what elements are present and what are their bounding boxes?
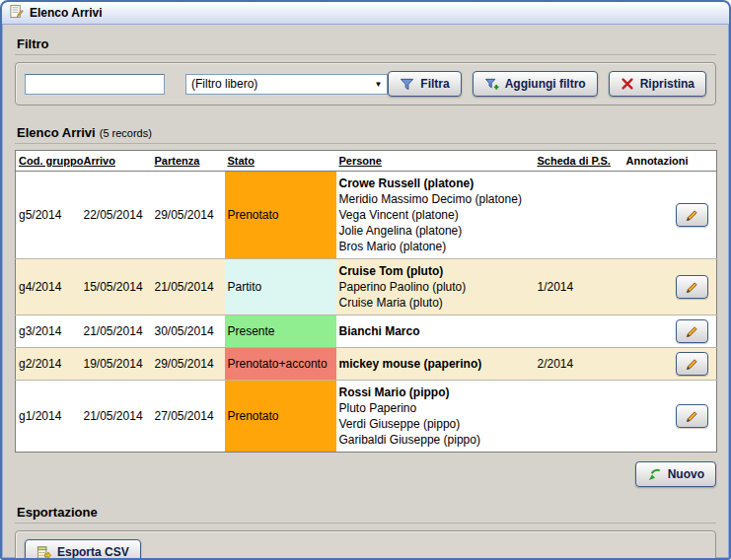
edit-annotation-button[interactable]	[676, 275, 708, 299]
table-row: g1/2014 21/05/2014 27/05/2014 Prenotato …	[16, 381, 717, 453]
cell-scheda	[535, 315, 623, 348]
col-header-stato: Stato	[225, 151, 336, 172]
filter-panel: (Filtro libero) ▼ Filtra	[15, 62, 716, 105]
person-primary: Crowe Russell (platone)	[339, 175, 532, 191]
col-header-arrivo: Arrivo	[81, 151, 152, 172]
cell-stato: Presente	[225, 315, 336, 348]
new-arrow-icon	[647, 467, 662, 482]
aggiungi-filtro-button-label: Aggiungi filtro	[505, 77, 586, 91]
export-heading: Esportazione	[15, 501, 716, 524]
cell-partenza: 29/05/2014	[152, 172, 225, 259]
cell-arrivo: 19/05/2014	[81, 348, 152, 381]
filter-heading: Filtro	[15, 33, 716, 55]
cell-partenza: 27/05/2014	[152, 381, 225, 453]
person-secondary: Garibaldi Giuseppe (pippo)	[339, 432, 532, 448]
cell-cod-gruppo: g5/2014	[16, 172, 81, 259]
pencil-icon	[685, 280, 699, 295]
col-header-cod-gruppo: Cod. gruppo	[16, 151, 81, 172]
app-window: Elenco Arrivi Filtro (Filtro libero) ▼ F…	[0, 0, 731, 560]
chevron-down-icon: ▼	[369, 80, 387, 89]
records-count: (5 records)	[100, 127, 152, 139]
cell-partenza: 30/05/2014	[152, 315, 225, 348]
filter-text-input[interactable]	[25, 74, 165, 95]
col-header-stato-link[interactable]: Stato	[228, 155, 256, 167]
col-header-partenza-link[interactable]: Partenza	[155, 155, 200, 167]
cell-persone: Bianchi Marco	[336, 315, 535, 348]
cell-cod-gruppo: g2/2014	[16, 348, 81, 381]
csv-export-icon	[37, 545, 51, 560]
col-header-cod-gruppo-link[interactable]: Cod. gruppo	[19, 155, 83, 167]
person-primary: Cruise Tom (pluto)	[339, 263, 532, 279]
cell-stato: Prenotato	[225, 172, 336, 259]
cell-annotazioni	[623, 172, 717, 259]
cell-persone: Crowe Russell (platone)Meridio Massimo D…	[336, 172, 535, 259]
person-secondary: Paperino Paolino (pluto)	[339, 279, 532, 295]
reset-x-icon	[621, 77, 634, 91]
edit-annotation-button[interactable]	[676, 203, 708, 227]
cell-arrivo: 21/05/2014	[81, 315, 152, 348]
person-secondary: Cruise Maria (pluto)	[339, 295, 532, 311]
add-filter-icon	[484, 77, 499, 92]
pencil-icon	[685, 208, 699, 223]
cell-partenza: 29/05/2014	[152, 348, 225, 381]
col-header-persone: Persone	[336, 151, 535, 172]
cell-scheda: 1/2014	[535, 259, 623, 315]
cell-scheda: 2/2014	[535, 348, 623, 381]
window-title: Elenco Arrivi	[30, 6, 103, 20]
edit-annotation-button[interactable]	[676, 352, 708, 376]
cell-stato: Prenotato	[225, 381, 336, 453]
pencil-icon	[685, 409, 699, 424]
table-row: g4/2014 15/05/2014 21/05/2014 Partito Cr…	[16, 259, 717, 315]
person-secondary: Bros Mario (platone)	[339, 239, 532, 254]
cell-arrivo: 15/05/2014	[81, 259, 152, 315]
pencil-icon	[685, 357, 699, 372]
nuovo-button[interactable]: Nuovo	[635, 461, 716, 487]
cell-cod-gruppo: g3/2014	[16, 315, 81, 348]
person-secondary: Vega Vincent (platone)	[339, 207, 532, 223]
table-row: g3/2014 21/05/2014 30/05/2014 Presente B…	[16, 315, 717, 348]
esporta-csv-button-label: Esporta CSV	[57, 545, 129, 559]
nuovo-button-label: Nuovo	[668, 467, 704, 481]
cell-partenza: 21/05/2014	[152, 259, 225, 315]
filtra-button[interactable]: Filtra	[388, 71, 461, 97]
person-secondary: Jolie Angelina (platone)	[339, 223, 532, 239]
col-header-scheda-ps-link[interactable]: Scheda di P.S.	[538, 155, 611, 167]
arrivals-tbody: g5/2014 22/05/2014 29/05/2014 Prenotato …	[16, 172, 717, 453]
list-heading-title: Elenco Arrivi	[17, 125, 96, 140]
aggiungi-filtro-button[interactable]: Aggiungi filtro	[473, 71, 598, 97]
person-primary: Bianchi Marco	[339, 323, 532, 339]
list-heading: Elenco Arrivi(5 records)	[15, 121, 716, 144]
cell-cod-gruppo: g4/2014	[16, 259, 81, 315]
cell-arrivo: 22/05/2014	[81, 172, 152, 259]
cell-annotazioni	[623, 315, 717, 348]
edit-annotation-button[interactable]	[676, 404, 708, 428]
cell-annotazioni	[623, 381, 717, 453]
cell-persone: Rossi Mario (pippo)Pluto PaperinoVerdi G…	[336, 381, 535, 453]
ripristina-button[interactable]: Ripristina	[609, 71, 706, 97]
arrivals-table: Cod. gruppo Arrivo Partenza Stato Person…	[15, 150, 717, 453]
filter-icon	[400, 77, 414, 92]
nuovo-row: Nuovo	[15, 461, 716, 487]
col-header-arrivo-link[interactable]: Arrivo	[84, 155, 115, 167]
person-secondary: Meridio Massimo Decimo (platone)	[339, 191, 532, 207]
window-titlebar: Elenco Arrivi	[2, 2, 729, 25]
cell-scheda	[535, 381, 623, 453]
cell-annotazioni	[623, 259, 717, 315]
edit-annotation-button[interactable]	[676, 319, 708, 343]
export-panel: Esporta CSV	[15, 530, 716, 560]
notepad-icon	[9, 4, 24, 22]
person-secondary: Pluto Paperino	[339, 400, 532, 416]
col-header-partenza: Partenza	[152, 151, 225, 172]
col-header-annotazioni-label: Annotazioni	[626, 155, 689, 167]
table-row: g2/2014 19/05/2014 29/05/2014 Prenotato+…	[16, 348, 717, 381]
cell-annotazioni	[623, 348, 717, 381]
col-header-persone-link[interactable]: Persone	[339, 155, 382, 167]
esporta-csv-button[interactable]: Esporta CSV	[25, 539, 141, 560]
filtra-button-label: Filtra	[420, 77, 449, 91]
ripristina-button-label: Ripristina	[640, 77, 694, 91]
filter-select-value: (Filtro libero)	[186, 77, 369, 91]
cell-arrivo: 21/05/2014	[81, 381, 152, 453]
filter-type-select[interactable]: (Filtro libero) ▼	[185, 74, 388, 95]
table-row: g5/2014 22/05/2014 29/05/2014 Prenotato …	[16, 172, 717, 259]
pencil-icon	[685, 324, 699, 339]
